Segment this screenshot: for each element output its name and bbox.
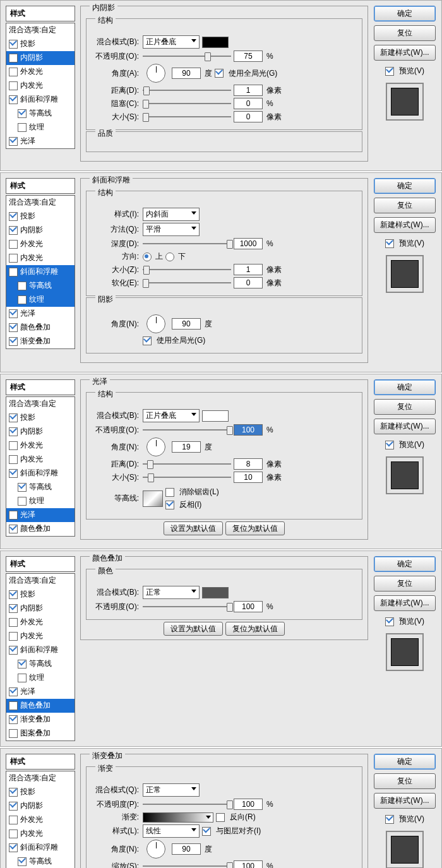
cancel-button[interactable]: 复位 [374,576,436,592]
style-item-outer_glow[interactable]: 外发光 [6,65,75,79]
checkbox[interactable] [9,816,18,824]
checkbox[interactable] [18,497,27,506]
checkbox[interactable] [9,687,18,696]
checkbox[interactable] [9,802,18,811]
blending-options-item[interactable]: 混合选项:自定 [6,23,75,37]
checkbox[interactable] [385,617,394,626]
color-swatch[interactable] [202,37,229,48]
style-item-inner_shadow[interactable]: 内阴影 [6,425,75,439]
checkbox[interactable] [9,212,18,221]
checkbox[interactable] [9,137,18,146]
checkbox[interactable] [165,488,174,497]
style-item-inner_glow[interactable]: 内发光 [6,827,75,841]
style-item-inner_glow[interactable]: 内发光 [6,453,75,467]
value-input[interactable]: 0 [234,111,263,122]
checkbox[interactable] [385,239,394,248]
blending-options-item[interactable]: 混合选项:自定 [6,574,75,588]
checkbox[interactable] [9,81,18,90]
new-style-button[interactable]: 新建样式(W)... [374,217,436,233]
ok-button[interactable]: 确定 [374,379,436,395]
blend-mode-dropdown[interactable]: 正片叠底 [143,35,200,49]
checkbox[interactable] [9,309,18,318]
checkbox[interactable] [9,254,18,263]
style-item-outer_glow[interactable]: 外发光 [6,813,75,827]
ok-button[interactable]: 确定 [374,178,436,194]
blend-mode-dropdown[interactable]: 正常 [143,783,200,797]
checkbox[interactable] [9,323,18,332]
checkbox[interactable] [9,427,18,436]
checkbox[interactable] [18,282,27,290]
angle-dial[interactable] [146,64,165,83]
checkbox[interactable] [216,813,225,822]
cancel-button[interactable]: 复位 [374,773,436,789]
slider[interactable] [143,99,231,108]
blending-options-item[interactable]: 混合选项:自定 [6,397,75,411]
style-item-inner_glow[interactable]: 内发光 [6,251,75,265]
style-item-gradient_overlay[interactable]: 渐变叠加 [6,713,75,727]
value-input[interactable]: 100 [234,860,263,868]
checkbox[interactable] [18,674,27,682]
style-item-outer_glow[interactable]: 外发光 [6,237,75,251]
style-item-inner_glow[interactable]: 内发光 [6,629,75,643]
new-style-button[interactable]: 新建样式(W)... [374,419,436,434]
style-item-texture[interactable]: 纹理 [6,494,75,508]
style-item-contour[interactable]: 等高线 [6,855,75,868]
checkbox[interactable] [9,729,18,738]
slider[interactable] [143,862,231,868]
style-item-inner_shadow[interactable]: 内阴影 [6,51,75,65]
checkbox[interactable] [9,618,18,627]
style-item-texture[interactable]: 纹理 [6,671,75,685]
slider[interactable] [143,800,231,809]
checkbox[interactable] [18,857,27,866]
blending-options-item[interactable]: 混合选项:自定 [6,196,75,210]
blend-mode-dropdown[interactable]: 正片叠底 [143,409,200,422]
style-item-satin[interactable]: 光泽 [6,134,75,148]
checkbox[interactable] [9,646,18,655]
set-default-button[interactable]: 设置为默认值 [164,521,223,535]
contour-picker[interactable] [143,490,163,507]
color-swatch[interactable] [202,587,229,598]
value-input[interactable]: 90 [172,318,201,330]
slider[interactable] [143,460,231,468]
style-item-drop_shadow[interactable]: 投影 [6,37,75,51]
checkbox[interactable] [18,483,27,492]
style-item-texture[interactable]: 纹理 [6,293,75,307]
style-item-satin[interactable]: 光泽 [6,307,75,321]
gradient-picker[interactable] [143,812,213,823]
ok-button[interactable]: 确定 [374,556,436,572]
checkbox[interactable] [9,413,18,422]
style-item-drop_shadow[interactable]: 投影 [6,411,75,425]
value-input[interactable]: 0 [234,277,263,288]
checkbox[interactable] [9,226,18,235]
value-input[interactable]: 10 [234,472,263,483]
angle-dial[interactable] [146,840,165,859]
value-input[interactable]: 90 [172,843,201,855]
checkbox[interactable] [9,715,18,724]
value-input[interactable]: 1000 [234,238,263,249]
checkbox[interactable] [9,511,18,520]
slider[interactable] [143,265,231,274]
style-item-bevel[interactable]: 斜面和浮雕 [6,265,75,279]
set-default-button[interactable]: 设置为默认值 [164,622,223,636]
slider[interactable] [143,239,231,248]
new-style-button[interactable]: 新建样式(W)... [374,595,436,611]
reset-default-button[interactable]: 复位为默认值 [225,521,285,535]
angle-dial[interactable] [146,314,165,333]
cancel-button[interactable]: 复位 [374,198,436,213]
checkbox[interactable] [9,337,18,346]
checkbox[interactable] [9,829,18,838]
style-item-color_overlay[interactable]: 颜色叠加 [6,522,75,536]
checkbox[interactable] [9,590,18,599]
style-item-outer_glow[interactable]: 外发光 [6,615,75,629]
style-item-gradient_overlay[interactable]: 渐变叠加 [6,335,75,348]
checkbox[interactable] [215,69,224,78]
style-item-texture[interactable]: 纹理 [6,121,75,134]
checkbox[interactable] [9,441,18,450]
checkbox[interactable] [18,123,27,132]
slider[interactable] [143,602,231,611]
checkbox[interactable] [385,441,394,449]
checkbox[interactable] [9,701,18,710]
checkbox[interactable] [9,604,18,613]
slider[interactable] [143,52,231,61]
style-item-bevel[interactable]: 斜面和浮雕 [6,467,75,480]
